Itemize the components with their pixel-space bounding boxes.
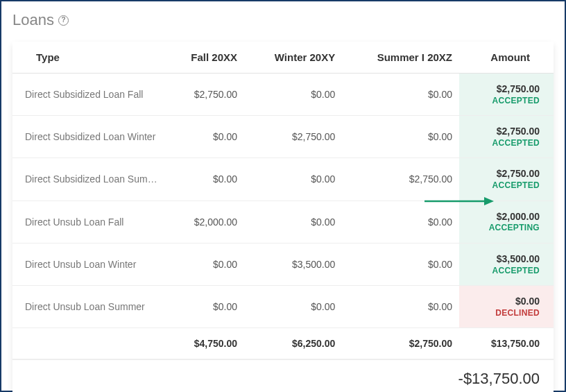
totals-row: $4,750.00 $6,250.00 $2,750.00 $13,750.00 xyxy=(12,328,554,359)
loan-amount-cell: $2,750.00ACCEPTED xyxy=(459,116,554,158)
table-row: Direct Subsidized Loan Winter$0.00$2,750… xyxy=(12,116,554,158)
loan-t3: $0.00 xyxy=(342,243,459,285)
loan-t1: $0.00 xyxy=(165,116,244,158)
col-amount: Amount xyxy=(459,42,554,74)
loan-t2: $0.00 xyxy=(244,201,342,243)
status-badge: ACCEPTED xyxy=(492,180,540,190)
table-row: Direct Unsub Loan Summer$0.00$0.00$0.00$… xyxy=(12,285,554,327)
grand-total: -$13,750.00 xyxy=(12,359,554,392)
status-badge: ACCEPTED xyxy=(492,266,540,275)
loan-t1: $2,750.00 xyxy=(165,74,244,116)
loan-t2: $0.00 xyxy=(244,158,342,201)
loan-t1: $0.00 xyxy=(165,158,244,201)
table-row: Direct Subsidized Loan Sum…$0.00$0.00$2,… xyxy=(12,158,554,201)
loans-card: Type Fall 20XX Winter 20XY Summer I 20XZ… xyxy=(12,42,554,392)
col-type: Type xyxy=(12,42,165,74)
loan-t2: $0.00 xyxy=(244,74,342,116)
col-term1: Fall 20XX xyxy=(165,42,244,74)
loan-t3: $0.00 xyxy=(342,74,459,116)
loan-amount: $2,750.00 xyxy=(497,126,540,137)
loan-amount-cell: $2,750.00ACCEPTED xyxy=(459,74,554,116)
loan-amount-cell: $2,000.00ACCEPTING xyxy=(459,201,554,243)
loan-amount-cell: $2,750.00ACCEPTED xyxy=(459,158,554,201)
loan-t2: $0.00 xyxy=(244,285,342,327)
col-term2: Winter 20XY xyxy=(244,42,342,74)
col-term3: Summer I 20XZ xyxy=(342,42,459,74)
table-header-row: Type Fall 20XX Winter 20XY Summer I 20XZ… xyxy=(12,42,554,74)
loan-type: Direct Unsub Loan Fall xyxy=(12,201,165,243)
status-badge: DECLINED xyxy=(495,308,540,318)
status-badge: ACCEPTING xyxy=(489,223,540,232)
totals-blank xyxy=(12,328,165,359)
loan-t1: $2,000.00 xyxy=(165,201,244,243)
loan-t2: $2,750.00 xyxy=(244,116,342,158)
loans-table: Type Fall 20XX Winter 20XY Summer I 20XZ… xyxy=(12,42,554,359)
totals-amount: $13,750.00 xyxy=(459,328,554,359)
totals-term2: $6,250.00 xyxy=(244,328,342,359)
page-title: Loans ? xyxy=(10,8,556,42)
totals-term3: $2,750.00 xyxy=(342,328,459,359)
loan-amount: $2,000.00 xyxy=(497,211,540,223)
loan-type: Direct Subsidized Loan Fall xyxy=(12,74,165,116)
loan-t3: $0.00 xyxy=(342,201,459,243)
loan-amount: $0.00 xyxy=(515,296,540,307)
loan-amount-cell: $0.00DECLINED xyxy=(459,285,554,327)
grand-total-value: -$13,750.00 xyxy=(458,370,540,388)
loan-type: Direct Unsub Loan Winter xyxy=(12,243,165,285)
table-row: Direct Subsidized Loan Fall$2,750.00$0.0… xyxy=(12,74,554,116)
loan-amount: $2,750.00 xyxy=(497,83,540,95)
help-icon[interactable]: ? xyxy=(58,15,69,26)
status-badge: ACCEPTED xyxy=(492,138,540,148)
totals-term1: $4,750.00 xyxy=(165,328,244,359)
loan-type: Direct Subsidized Loan Winter xyxy=(12,116,165,158)
loan-type: Direct Subsidized Loan Sum… xyxy=(12,158,165,201)
page-title-text: Loans xyxy=(12,11,54,29)
status-badge: ACCEPTED xyxy=(492,96,540,105)
loan-t3: $0.00 xyxy=(342,285,459,327)
loan-t2: $3,500.00 xyxy=(244,243,342,285)
table-row: Direct Unsub Loan Fall$2,000.00$0.00$0.0… xyxy=(12,201,554,243)
loan-t1: $0.00 xyxy=(165,243,244,285)
loan-amount: $2,750.00 xyxy=(497,168,540,180)
loan-t3: $0.00 xyxy=(342,116,459,158)
loan-t3: $2,750.00 xyxy=(342,158,459,201)
loan-amount: $3,500.00 xyxy=(497,253,540,265)
loan-t1: $0.00 xyxy=(165,285,244,327)
loan-type: Direct Unsub Loan Summer xyxy=(12,285,165,327)
loan-amount-cell: $3,500.00ACCEPTED xyxy=(459,243,554,285)
table-row: Direct Unsub Loan Winter$0.00$3,500.00$0… xyxy=(12,243,554,285)
